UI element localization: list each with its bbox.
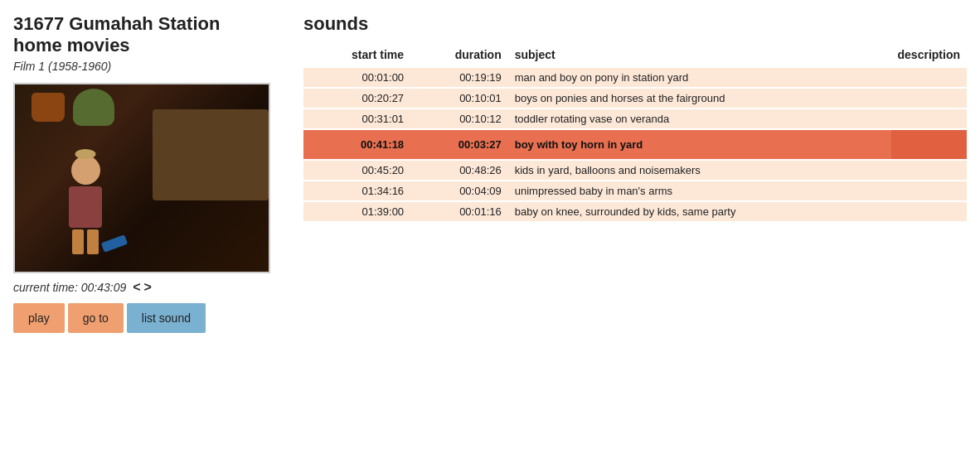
left-panel: 31677 Gumahah Station home movies Film 1… [13,13,270,333]
cell-subject: toddler rotating vase on veranda [508,109,891,129]
table-row[interactable]: 00:45:2000:48:26kids in yard, balloons a… [303,160,967,181]
current-time-label: current time: 00:43:09 [13,281,126,294]
next-arrow[interactable]: > [144,280,152,295]
video-placeholder [15,84,269,272]
button-bar: play go to list sound [13,303,270,333]
cell-description [891,88,967,109]
video-frame [13,83,270,273]
figure-body [69,186,102,228]
cell-start-time: 00:41:18 [303,129,410,160]
scene-figure [56,156,114,255]
table-row[interactable]: 00:31:0100:10:12toddler rotating vase on… [303,109,967,129]
cell-duration: 00:19:19 [410,68,508,88]
table-row[interactable]: 00:20:2700:10:01boys on ponies and horse… [303,88,967,109]
right-panel: sounds start time duration subject descr… [303,13,967,223]
scene-decoration [73,89,114,126]
page-layout: 31677 Gumahah Station home movies Film 1… [13,13,967,333]
cell-duration: 00:10:12 [410,109,508,129]
table-header-row: start time duration subject description [303,45,967,68]
cell-subject: boys on ponies and horses at the fairgro… [508,88,891,109]
page-title: 31677 Gumahah Station home movies [13,13,270,56]
figure-leg [87,229,99,254]
cell-subject: boy with toy horn in yard [508,129,891,160]
col-start-time: start time [303,45,410,68]
current-time-bar: current time: 00:43:09 < > [13,280,270,295]
cell-subject: man and boy on pony in station yard [508,68,891,88]
cell-start-time: 00:31:01 [303,109,410,129]
scene-decoration [32,93,65,122]
cell-duration: 00:01:16 [410,201,508,222]
cell-description [891,181,967,201]
sounds-section-title: sounds [303,13,967,35]
cell-subject: unimpressed baby in man's arms [508,181,891,201]
nav-arrows: < > [133,280,152,295]
cell-start-time: 00:45:20 [303,160,410,181]
figure-leg [72,229,84,254]
cell-start-time: 00:20:27 [303,88,410,109]
film-subtitle: Film 1 (1958-1960) [13,60,270,73]
cell-duration: 00:04:09 [410,181,508,201]
play-button[interactable]: play [13,303,65,333]
sound-table: start time duration subject description … [303,45,967,223]
col-description: description [891,45,967,68]
cell-start-time: 01:39:00 [303,201,410,222]
table-row[interactable]: 00:01:0000:19:19man and boy on pony in s… [303,68,967,88]
list-sound-button[interactable]: list sound [127,303,206,333]
col-subject: subject [508,45,891,68]
cell-subject: kids in yard, balloons and noisemakers [508,160,891,181]
cell-description [891,68,967,88]
cell-start-time: 01:34:16 [303,181,410,201]
cell-subject: baby on knee, surrounded by kids, same p… [508,201,891,222]
cell-description [891,109,967,129]
table-row[interactable]: 01:34:1600:04:09unimpressed baby in man'… [303,181,967,201]
table-row[interactable]: 00:41:1800:03:27boy with toy horn in yar… [303,129,967,160]
scene-decoration [153,109,269,200]
cell-duration: 00:48:26 [410,160,508,181]
go-to-button[interactable]: go to [68,303,124,333]
col-duration: duration [410,45,508,68]
figure-head [71,156,100,185]
figure-hat [75,149,96,159]
prev-arrow[interactable]: < [133,280,140,295]
cell-description [891,201,967,222]
table-row[interactable]: 01:39:0000:01:16baby on knee, surrounded… [303,201,967,222]
cell-start-time: 00:01:00 [303,68,410,88]
cell-duration: 00:03:27 [410,129,508,160]
cell-description [891,160,967,181]
cell-duration: 00:10:01 [410,88,508,109]
cell-description [891,129,967,160]
